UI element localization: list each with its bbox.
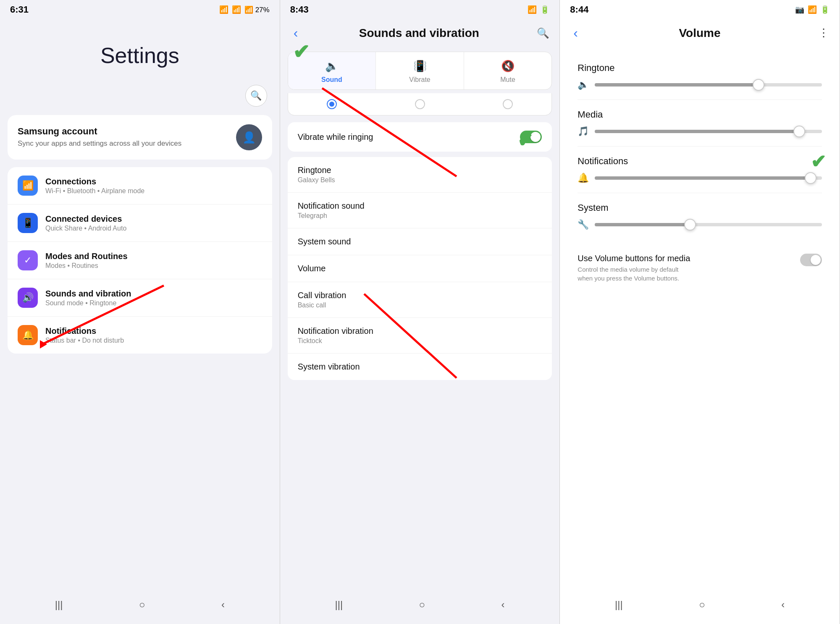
time-3: 8:44 [570, 4, 588, 15]
vibrate-tab-label: Vibrate [409, 76, 430, 84]
use-volume-sub: Control the media volume by default when… [578, 265, 687, 283]
status-bar-3: 8:44 📷 📶 🔋 [560, 0, 840, 18]
media-slider[interactable] [595, 130, 822, 133]
settings-panel: 6:31 📶 📶 📶 27% Settings 🔍 Samsung accoun… [0, 0, 280, 624]
sound-tab-icon: 🔈 [325, 60, 339, 73]
samsung-account-card[interactable]: Samsung account Sync your apps and setti… [8, 115, 272, 160]
sidebar-item-sounds[interactable]: 🔊 Sounds and vibration Sound mode • Ring… [8, 279, 272, 317]
notifications-slider[interactable] [595, 176, 822, 180]
vibrate-ringing-card: Vibrate while ringing [288, 122, 552, 152]
ringtone-sub: Galaxy Bells [298, 176, 542, 184]
notif-thumb[interactable] [805, 172, 816, 184]
notification-sound-label: Notification sound [298, 201, 542, 211]
settings-list: 📶 Connections Wi-Fi • Bluetooth • Airpla… [8, 167, 272, 354]
use-volume-toggle[interactable] [800, 254, 822, 266]
sound-tab-label: Sound [321, 76, 342, 84]
notif-vol-icon: 🔔 [578, 173, 589, 184]
checkmark-notifications: ✔ [811, 151, 826, 172]
sidebar-item-notifications[interactable]: 🔔 Notifications Status bar • Do not dist… [8, 317, 272, 354]
back-button[interactable]: ‹ [218, 595, 228, 614]
recents-button-2[interactable]: ||| [331, 595, 346, 614]
signal-icon: 📶 [232, 5, 241, 14]
modes-sub: Modes • Routines [45, 262, 128, 270]
system-thumb[interactable] [684, 219, 696, 231]
battery-icon-2: 🔋 [540, 5, 549, 14]
devices-icon: 📱 [18, 213, 38, 233]
sidebar-item-connected-devices[interactable]: 📱 Connected devices Quick Share • Androi… [8, 205, 272, 242]
system-fill [595, 223, 690, 226]
tab-mute[interactable]: 🔇 Mute [464, 52, 552, 89]
ringtone-thumb[interactable] [753, 79, 764, 91]
vibrate-while-ringing-item[interactable]: Vibrate while ringing [288, 122, 552, 152]
wifi-icon-2: 📶 [528, 5, 537, 14]
home-button[interactable]: ○ [136, 595, 149, 614]
system-slider[interactable] [595, 223, 822, 226]
notification-vibration-label: Notification vibration [298, 326, 542, 336]
system-sound-item[interactable]: System sound [288, 228, 552, 255]
radio-sound[interactable] [288, 93, 376, 115]
wifi-icon: 📶 [18, 176, 38, 196]
notification-vibration-sub: Ticktock [298, 337, 542, 345]
use-volume-card: Use Volume buttons for media Control the… [567, 245, 832, 291]
vibrate-ringing-label: Vibrate while ringing [298, 132, 373, 142]
use-volume-toggle-thumb [811, 255, 821, 265]
nav-bar-3: ||| ○ ‹ [560, 587, 840, 624]
system-volume-title: System [578, 202, 822, 213]
status-icons-3: 📷 📶 🔋 [795, 5, 830, 14]
time-1: 6:31 [10, 4, 29, 15]
notification-sound-item[interactable]: Notification sound Telegraph [288, 193, 552, 228]
sounds-page-title: Sounds and vibration [359, 26, 479, 40]
call-vibration-sub: Basic call [298, 302, 542, 309]
connections-title: Connections [45, 177, 144, 186]
battery-icon-3: 🔋 [820, 5, 830, 14]
search-wrap: 🔍 [0, 85, 280, 115]
back-button-nav-2[interactable]: ‹ [498, 595, 508, 614]
radio-mute[interactable] [464, 93, 551, 115]
time-2: 8:43 [290, 4, 309, 15]
radio-outer-sound [327, 99, 337, 109]
search-button[interactable]: 🔍 [245, 85, 267, 107]
modes-title: Modes and Routines [45, 252, 128, 261]
volume-item[interactable]: Volume [288, 255, 552, 282]
back-button-3[interactable]: ‹ [570, 24, 581, 42]
radio-outer-mute [503, 99, 513, 109]
nav-bar-1: ||| ○ ‹ [0, 587, 280, 624]
system-volume-item: System 🔧 [578, 193, 822, 239]
status-icons-1: 📶 📶 📶 27% [219, 5, 270, 14]
status-icons-2: 📶 🔋 [528, 5, 549, 14]
search-button-2[interactable]: 🔍 [537, 27, 549, 39]
system-vibration-item[interactable]: System vibration [288, 354, 552, 380]
notif-fill [595, 176, 811, 180]
modes-icon: ✓ [18, 250, 38, 270]
ringtone-fill [595, 83, 758, 87]
ringtone-item[interactable]: Ringtone Galaxy Bells [288, 157, 552, 193]
notification-vibration-item[interactable]: Notification vibration Ticktock [288, 318, 552, 354]
media-fill [595, 130, 799, 133]
more-options-button[interactable]: ⋮ [818, 26, 830, 39]
ringtone-vol-icon: 🔈 [578, 79, 589, 90]
volume-list: Ringtone 🔈 Media 🎵 Notificatio [567, 53, 832, 239]
photo-icon-3: 📷 [795, 5, 804, 14]
sounds-panel: 8:43 📶 🔋 ‹ Sounds and vibration 🔍 🔈 Soun… [280, 0, 560, 624]
checkmark-sound: ✔ [293, 40, 310, 63]
sidebar-item-connections[interactable]: 📶 Connections Wi-Fi • Bluetooth • Airpla… [8, 167, 272, 205]
media-thumb[interactable] [793, 126, 805, 137]
tab-vibrate[interactable]: 📳 Vibrate [376, 52, 464, 89]
wifi-icon-3: 📶 [808, 5, 817, 14]
ringtone-slider[interactable] [595, 83, 822, 87]
call-vibration-item[interactable]: Call vibration Basic call [288, 282, 552, 318]
home-button-2[interactable]: ○ [416, 595, 429, 614]
sounds-icon: 🔊 [18, 288, 38, 308]
recents-button-3[interactable]: ||| [612, 595, 626, 614]
call-vibration-label: Call vibration [298, 291, 542, 300]
wifi-icon: 📶 [219, 5, 228, 14]
sounds-header: ‹ Sounds and vibration 🔍 [280, 18, 560, 48]
home-button-3[interactable]: ○ [696, 595, 709, 614]
notifications-title: Notifications [45, 326, 124, 336]
sidebar-item-modes[interactable]: ✓ Modes and Routines Modes • Routines [8, 242, 272, 279]
radio-vibrate[interactable] [376, 93, 464, 115]
notifications-icon: 🔔 [18, 325, 38, 345]
back-button-nav-3[interactable]: ‹ [778, 595, 788, 614]
recents-button[interactable]: ||| [52, 595, 66, 614]
media-vol-icon: 🎵 [578, 126, 589, 137]
